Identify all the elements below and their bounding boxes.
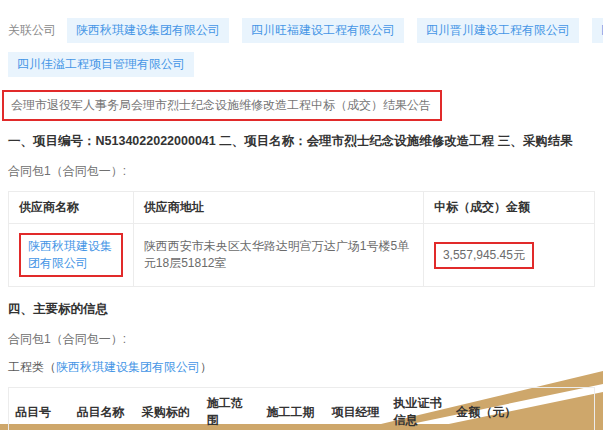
table-header-row: 供应商名称 供应商地址 中标（成交）金额	[9, 192, 595, 224]
contract-package-label-2: 合同包1（合同包一）:	[8, 331, 595, 348]
column-header-project-manager: 项目经理	[325, 388, 387, 430]
announcement-title: 会理市退役军人事务局会理市烈士纪念设施维修改造工程中标（成交）结果公告	[11, 98, 431, 112]
main-items-heading: 四、主要标的信息	[8, 301, 595, 318]
award-amount-cell: 3,557,945.45元	[423, 224, 594, 287]
column-header-certificate-info: 执业证书信息	[388, 388, 451, 430]
related-companies-row-2: 四川佳溢工程项目管理有限公司	[8, 52, 595, 77]
project-summary-line: 一、项目编号：N5134022022000041 二、项目名称：会理市烈士纪念设…	[8, 133, 595, 150]
related-company-tag[interactable]: 四川晋川建设工程有限公司	[417, 18, 579, 43]
related-company-tag[interactable]: 四川佳溢工程项目管理有限公司	[8, 52, 194, 77]
category-prefix: 工程类（	[8, 360, 56, 374]
supplier-address-cell: 陕西西安市未央区太华路达明宫万达广场1号楼5单元18层51812室	[133, 224, 423, 287]
related-company-tag[interactable]: 四川津茂建筑工程有限公司	[592, 18, 603, 43]
column-header-supplier-name: 供应商名称	[9, 192, 134, 224]
related-companies-label: 关联公司	[8, 22, 56, 39]
related-company-tag[interactable]: 陕西秋琪建设集团有限公司	[67, 18, 229, 43]
supplier-name-cell: 陕西秋琪建设集团有限公司	[9, 224, 134, 287]
column-header-supplier-address: 供应商地址	[133, 192, 423, 224]
supplier-name-link[interactable]: 陕西秋琪建设集团有限公司	[28, 239, 112, 270]
related-companies-row: 关联公司 陕西秋琪建设集团有限公司 四川旺福建设工程有限公司 四川晋川建设工程有…	[8, 18, 595, 43]
column-header-amount: 金额（元）	[450, 388, 594, 430]
supplier-name-highlight-box: 陕西秋琪建设集团有限公司	[19, 233, 123, 277]
column-header-construction-scope: 施工范围	[201, 388, 261, 430]
related-company-tag[interactable]: 四川旺福建设工程有限公司	[242, 18, 404, 43]
column-header-award-amount: 中标（成交）金额	[423, 192, 594, 224]
main-items-table: 品目号 品目名称 采购标的 施工范围 施工工期 项目经理 执业证书信息 金额（元…	[8, 387, 595, 430]
category-line: 工程类（陕西秋琪建设集团有限公司）	[8, 359, 595, 376]
contract-package-label: 合同包1（合同包一）:	[8, 163, 595, 180]
column-header-item-no: 品目号	[9, 388, 71, 430]
table-row: 陕西秋琪建设集团有限公司 陕西西安市未央区太华路达明宫万达广场1号楼5单元18层…	[9, 224, 595, 287]
category-suffix: ）	[200, 360, 212, 374]
category-company-link[interactable]: 陕西秋琪建设集团有限公司	[56, 360, 200, 374]
column-header-procurement-target: 采购标的	[136, 388, 201, 430]
award-amount-highlight-box: 3,557,945.45元	[434, 242, 534, 269]
page-content: 关联公司 陕西秋琪建设集团有限公司 四川旺福建设工程有限公司 四川晋川建设工程有…	[0, 0, 603, 430]
announcement-title-box: 会理市退役军人事务局会理市烈士纪念设施维修改造工程中标（成交）结果公告	[2, 90, 442, 121]
column-header-construction-period: 施工工期	[260, 388, 325, 430]
table-header-row: 品目号 品目名称 采购标的 施工范围 施工工期 项目经理 执业证书信息 金额（元…	[9, 388, 595, 430]
supplier-result-table: 供应商名称 供应商地址 中标（成交）金额 陕西秋琪建设集团有限公司 陕西西安市未…	[8, 191, 595, 287]
column-header-item-name: 品目名称	[71, 388, 136, 430]
